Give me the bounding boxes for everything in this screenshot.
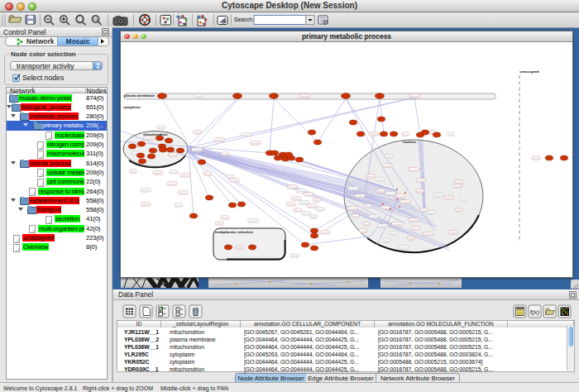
- svg-text:nucleus: nucleus: [403, 140, 416, 144]
- svg-text:unassigned: unassigned: [519, 69, 539, 74]
- svg-text:f(x): f(x): [530, 308, 540, 316]
- svg-text:cytoplasm: cytoplasm: [123, 105, 141, 109]
- svg-text:endoplasmic reticulum: endoplasmic reticulum: [215, 230, 253, 234]
- svg-text:plasma membrane: plasma membrane: [124, 93, 155, 98]
- svg-text:mitochondrion: mitochondrion: [143, 132, 168, 136]
- svg-text:Search:: Search:: [234, 17, 254, 22]
- svg-text:1:1: 1:1: [93, 17, 98, 22]
